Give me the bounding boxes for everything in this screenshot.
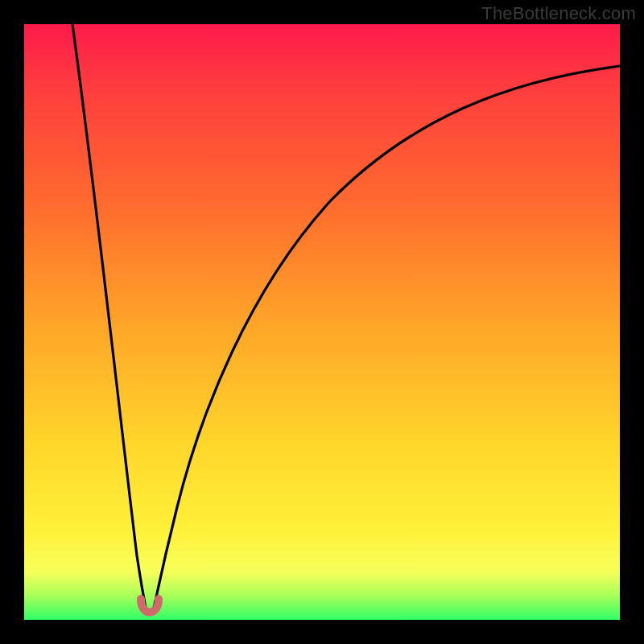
- bottleneck-curve: [24, 24, 620, 620]
- plot-area: [24, 24, 620, 620]
- watermark-text: TheBottleneck.com: [481, 3, 636, 24]
- optimal-marker: [141, 599, 159, 613]
- curve-right-branch: [153, 66, 620, 612]
- chart-frame: TheBottleneck.com: [0, 0, 644, 644]
- curve-left-branch: [72, 24, 147, 612]
